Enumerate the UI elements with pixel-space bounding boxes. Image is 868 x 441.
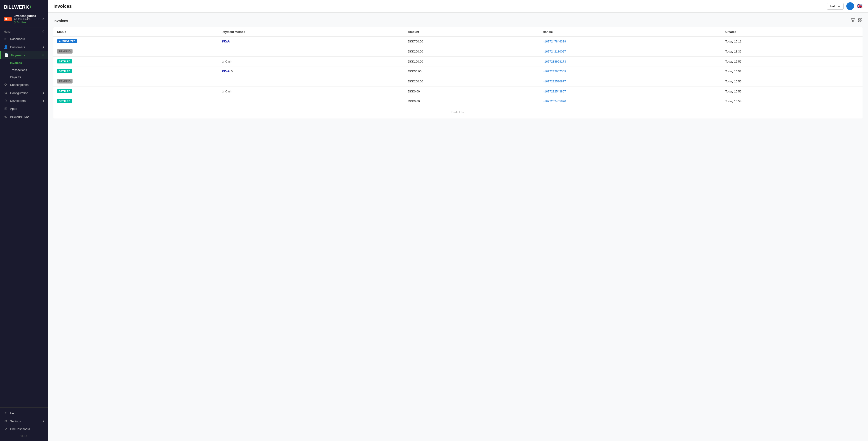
sidebar-item-payouts[interactable]: Payouts bbox=[0, 73, 48, 81]
cell-payment-method bbox=[218, 46, 404, 57]
user-button[interactable]: 👤 bbox=[846, 2, 854, 10]
end-of-list: End of list bbox=[54, 106, 863, 119]
cell-payment-method bbox=[218, 96, 404, 106]
sidebar-item-label-transactions: Transactions bbox=[10, 68, 27, 72]
page-title: Invoices bbox=[54, 4, 72, 9]
sidebar-item-label-configuration: Configuration bbox=[10, 91, 28, 95]
cash-method: ⊙ Cash bbox=[222, 60, 232, 63]
account-section: TEST Liva test guides liva-test-guides- … bbox=[0, 12, 48, 27]
customers-arrow-icon: ❯ bbox=[42, 46, 44, 49]
table-row[interactable]: SETTLED ⊙ Cash DKK100.00 i-1677238968173… bbox=[54, 57, 863, 66]
version-label: v1.3.1 bbox=[0, 433, 48, 439]
logo-billwerk: BiLLWERK bbox=[4, 4, 29, 10]
visa-logo: VISA bbox=[222, 39, 230, 43]
svg-rect-3 bbox=[859, 21, 860, 22]
table-row[interactable]: AUTHORIZED VISA DKK700.00 i-167724784633… bbox=[54, 36, 863, 46]
cell-status: SETTLED bbox=[54, 87, 218, 96]
svg-marker-0 bbox=[851, 19, 855, 22]
topbar: Invoices Help → 👤 🇬🇧 bbox=[48, 0, 868, 12]
handle-link[interactable]: i-1677242180027 bbox=[543, 50, 566, 53]
sidebar-bottom: ? Help ⚙ Settings ❯ ↗ Old Dashboard v1.3… bbox=[0, 407, 48, 441]
sidebar-item-label-subscriptions: Subscriptions bbox=[10, 83, 29, 87]
cell-created: Today 10:56 bbox=[722, 76, 863, 87]
go-live-link[interactable]: ⬡ Go Live bbox=[14, 21, 26, 24]
sidebar-item-apps[interactable]: ⊞ Apps bbox=[0, 104, 48, 113]
status-badge: PENDING bbox=[57, 49, 72, 54]
table-row[interactable]: PENDING DKK200.00 i-1677242180027 Today … bbox=[54, 46, 863, 57]
menu-collapse-icon[interactable]: ❮ bbox=[42, 30, 44, 33]
sidebar-item-help[interactable]: ? Help bbox=[0, 410, 48, 417]
svg-rect-2 bbox=[861, 19, 862, 20]
col-handle: Handle bbox=[539, 27, 722, 36]
sidebar-item-subscriptions[interactable]: ⟳ Subscriptions bbox=[0, 81, 48, 89]
invoices-table: Status Payment Method Amount Handle Crea… bbox=[54, 27, 863, 119]
handle-link[interactable]: i-1677232647349 bbox=[543, 70, 566, 73]
sidebar-item-settings[interactable]: ⚙ Settings ❯ bbox=[0, 417, 48, 425]
billwerk-sync-icon: ⟲ bbox=[4, 115, 8, 119]
cell-handle[interactable]: i-1677238968173 bbox=[539, 57, 722, 66]
table-row[interactable]: SETTLED VISA ↻ DKK50.00 i-1677232647349 … bbox=[54, 66, 863, 76]
invoices-section-header: Invoices bbox=[54, 18, 863, 24]
visa-logo: VISA bbox=[222, 69, 230, 73]
cell-amount: DKK700.00 bbox=[404, 36, 539, 46]
settings-icon: ⚙ bbox=[4, 419, 8, 423]
content-area: Invoices Status bbox=[48, 12, 868, 441]
main-area: Invoices Help → 👤 🇬🇧 Invoices bbox=[48, 0, 868, 441]
cell-amount: DKK0.00 bbox=[404, 87, 539, 96]
help-button[interactable]: Help → bbox=[827, 3, 844, 9]
table-row[interactable]: PENDING DKK200.00 i-1677232580877 Today … bbox=[54, 76, 863, 87]
sidebar-item-payments[interactable]: 📄 Payments ▼ bbox=[0, 51, 48, 59]
handle-link[interactable]: i-1677232580877 bbox=[543, 80, 566, 83]
account-info: Liva test guides liva-test-guides- ⬡ Go … bbox=[14, 14, 40, 24]
apps-icon: ⊞ bbox=[4, 106, 8, 111]
filter-icon[interactable] bbox=[851, 18, 855, 24]
col-payment-method: Payment Method bbox=[218, 27, 404, 36]
handle-link[interactable]: i-1677238968173 bbox=[543, 60, 566, 63]
menu-label: Menu ❮ bbox=[0, 27, 48, 35]
language-button[interactable]: 🇬🇧 bbox=[857, 3, 863, 9]
cell-handle[interactable]: i-1677232647349 bbox=[539, 66, 722, 76]
help-icon: ? bbox=[4, 412, 8, 415]
status-badge: AUTHORIZED bbox=[57, 39, 77, 43]
table-row[interactable]: SETTLED DKK0.00 i-1677232455890 Today 10… bbox=[54, 96, 863, 106]
svg-rect-4 bbox=[861, 21, 862, 22]
cell-amount: DKK200.00 bbox=[404, 76, 539, 87]
sidebar-item-billwerk-sync[interactable]: ⟲ Billwerk+Sync bbox=[0, 113, 48, 121]
sidebar-item-transactions[interactable]: Transactions bbox=[0, 66, 48, 73]
sidebar-item-label-apps: Apps bbox=[10, 107, 17, 111]
handle-link[interactable]: i-1677232455890 bbox=[543, 99, 566, 103]
sidebar-item-customers[interactable]: 👤 Customers ❯ bbox=[0, 43, 48, 51]
cell-handle[interactable]: i-1677232543867 bbox=[539, 87, 722, 96]
sync-icon[interactable]: ⇄ bbox=[41, 17, 44, 21]
sidebar-item-developers[interactable]: ⟨⟩ Developers ❯ bbox=[0, 97, 48, 104]
cell-created: Today 13:36 bbox=[722, 46, 863, 57]
cell-created: Today 10:58 bbox=[722, 66, 863, 76]
toolbar-icons bbox=[851, 18, 863, 24]
cell-status: PENDING bbox=[54, 76, 218, 87]
sidebar-item-label-invoices: Invoices bbox=[10, 61, 22, 65]
developers-arrow-icon: ❯ bbox=[42, 99, 44, 102]
logo-text: BiLLWERK+ bbox=[4, 4, 32, 10]
subscriptions-icon: ⟳ bbox=[4, 83, 8, 87]
sidebar-item-label-old-dashboard: Old Dashboard bbox=[10, 427, 30, 431]
table-row[interactable]: SETTLED ⊙ Cash DKK0.00 i-1677232543867 T… bbox=[54, 87, 863, 96]
sidebar-item-label-developers: Developers bbox=[10, 99, 26, 102]
handle-link[interactable]: i-1677232543867 bbox=[543, 90, 566, 93]
cell-handle[interactable]: i-1677232580877 bbox=[539, 76, 722, 87]
cell-created: Today 10:56 bbox=[722, 87, 863, 96]
sidebar-item-dashboard[interactable]: ⊞ Dashboard bbox=[0, 35, 48, 43]
dashboard-icon: ⊞ bbox=[4, 37, 8, 41]
list-view-icon[interactable] bbox=[858, 18, 863, 24]
cell-handle[interactable]: i-1677247846339 bbox=[539, 36, 722, 46]
sidebar-item-old-dashboard[interactable]: ↗ Old Dashboard bbox=[0, 425, 48, 433]
cell-status: SETTLED bbox=[54, 66, 218, 76]
logo-area: BiLLWERK+ bbox=[0, 0, 48, 12]
status-badge: SETTLED bbox=[57, 99, 72, 103]
test-badge: TEST bbox=[4, 17, 12, 21]
cell-handle[interactable]: i-1677232455890 bbox=[539, 96, 722, 106]
cell-handle[interactable]: i-1677242180027 bbox=[539, 46, 722, 57]
sidebar-item-invoices[interactable]: Invoices bbox=[0, 59, 48, 66]
handle-link[interactable]: i-1677247846339 bbox=[543, 40, 566, 43]
cell-status: SETTLED bbox=[54, 57, 218, 66]
sidebar-item-configuration[interactable]: ⚙ Configuration ❯ bbox=[0, 89, 48, 97]
